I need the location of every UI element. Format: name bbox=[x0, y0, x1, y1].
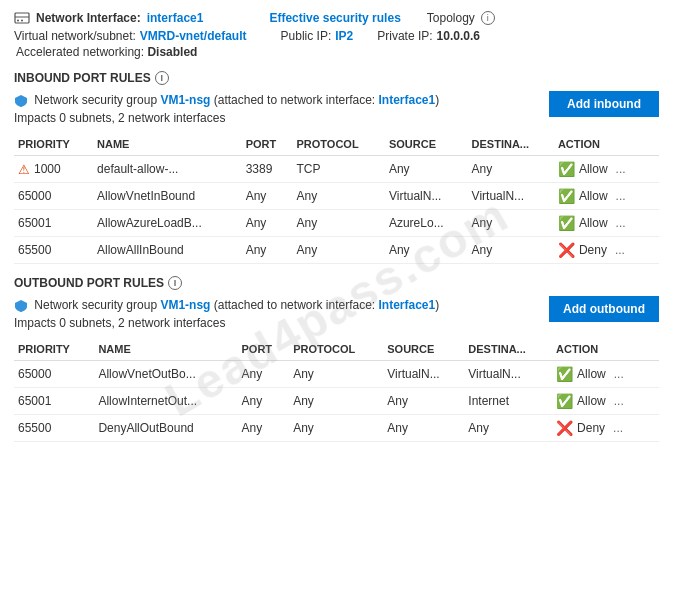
outbound-interface-link[interactable]: Interface1 bbox=[379, 298, 436, 312]
source-cell: AzureLo... bbox=[385, 210, 468, 237]
action-label: Deny bbox=[579, 243, 607, 257]
row-menu-button[interactable]: ... bbox=[612, 162, 630, 176]
row-menu-button[interactable]: ... bbox=[612, 216, 630, 230]
add-inbound-button[interactable]: Add inbound bbox=[549, 91, 659, 117]
inbound-nsg-suffix2: ) bbox=[435, 93, 439, 107]
outbound-info-icon[interactable]: i bbox=[168, 276, 182, 290]
interface-name-link[interactable]: interface1 bbox=[147, 11, 204, 25]
inbound-section: INBOUND PORT RULES i Network security gr… bbox=[14, 71, 659, 264]
inbound-col-priority: PRIORITY bbox=[14, 133, 93, 156]
action-label: Allow bbox=[577, 394, 606, 408]
inbound-nsg-row: Network security group VM1-nsg (attached… bbox=[14, 91, 659, 127]
outbound-col-protocol: PROTOCOL bbox=[289, 338, 383, 361]
outbound-section: OUTBOUND PORT RULES i Network security g… bbox=[14, 276, 659, 442]
protocol-cell: Any bbox=[292, 210, 384, 237]
dest-cell: VirtualN... bbox=[464, 361, 552, 388]
priority-cell: 65000 bbox=[14, 183, 93, 210]
port-cell: Any bbox=[237, 415, 289, 442]
table-row[interactable]: 65500 DenyAllOutBound Any Any Any Any ❌ … bbox=[14, 415, 659, 442]
priority-cell: 65000 bbox=[14, 361, 94, 388]
table-row[interactable]: 65500 AllowAllInBound Any Any Any Any ❌ … bbox=[14, 237, 659, 264]
source-cell: VirtualN... bbox=[385, 183, 468, 210]
effective-rules-link[interactable]: Effective security rules bbox=[269, 11, 400, 25]
name-cell: AllowAllInBound bbox=[93, 237, 242, 264]
dest-cell: Any bbox=[468, 156, 554, 183]
dest-cell: VirtualN... bbox=[468, 183, 554, 210]
protocol-cell: Any bbox=[292, 237, 384, 264]
private-ip-label: Private IP: bbox=[377, 29, 432, 43]
dest-cell: Any bbox=[468, 210, 554, 237]
action-label: Allow bbox=[579, 189, 608, 203]
topology-info-icon[interactable]: i bbox=[481, 11, 495, 25]
action-cell: ✅ Allow ... bbox=[554, 156, 659, 183]
priority-cell: 65500 bbox=[14, 415, 94, 442]
inbound-shield-icon bbox=[14, 94, 28, 108]
priority-cell: 65001 bbox=[14, 210, 93, 237]
table-row[interactable]: 65000 AllowVnetOutBo... Any Any VirtualN… bbox=[14, 361, 659, 388]
outbound-nsg-row: Network security group VM1-nsg (attached… bbox=[14, 296, 659, 332]
priority-cell: 65500 bbox=[14, 237, 93, 264]
inbound-info-icon[interactable]: i bbox=[155, 71, 169, 85]
action-cell: ✅ Allow ... bbox=[554, 183, 659, 210]
header-row2: Virtual network/subnet: VMRD-vnet/defaul… bbox=[14, 29, 659, 43]
outbound-title-text: OUTBOUND PORT RULES bbox=[14, 276, 164, 290]
row-menu-button[interactable]: ... bbox=[610, 394, 628, 408]
add-outbound-button[interactable]: Add outbound bbox=[549, 296, 659, 322]
inbound-col-dest: DESTINA... bbox=[468, 133, 554, 156]
table-row[interactable]: ⚠1000 default-allow-... 3389 TCP Any Any… bbox=[14, 156, 659, 183]
network-interface-label: Network Interface: bbox=[36, 11, 141, 25]
port-cell: Any bbox=[242, 237, 293, 264]
row-menu-button[interactable]: ... bbox=[611, 243, 629, 257]
inbound-col-protocol: PROTOCOL bbox=[292, 133, 384, 156]
inbound-section-title: INBOUND PORT RULES i bbox=[14, 71, 659, 85]
port-cell: Any bbox=[242, 183, 293, 210]
action-label: Allow bbox=[579, 216, 608, 230]
inbound-table-body: ⚠1000 default-allow-... 3389 TCP Any Any… bbox=[14, 156, 659, 264]
outbound-col-action: ACTION bbox=[552, 338, 659, 361]
outbound-shield-icon bbox=[14, 299, 28, 313]
outbound-nsg-name[interactable]: VM1-nsg bbox=[160, 298, 210, 312]
outbound-impacts: Impacts 0 subnets, 2 network interfaces bbox=[14, 316, 225, 330]
inbound-nsg-text: Network security group VM1-nsg (attached… bbox=[14, 91, 439, 127]
inbound-table-header: PRIORITY NAME PORT PROTOCOL SOURCE DESTI… bbox=[14, 133, 659, 156]
deny-icon: ❌ bbox=[558, 242, 575, 258]
row-menu-button[interactable]: ... bbox=[609, 421, 627, 435]
protocol-cell: Any bbox=[292, 183, 384, 210]
protocol-cell: TCP bbox=[292, 156, 384, 183]
table-row[interactable]: 65001 AllowAzureLoadB... Any Any AzureLo… bbox=[14, 210, 659, 237]
inbound-nsg-name[interactable]: VM1-nsg bbox=[160, 93, 210, 107]
header-section: Network Interface: interface1 Effective … bbox=[14, 10, 659, 59]
outbound-col-port: PORT bbox=[237, 338, 289, 361]
name-cell: AllowVnetInBound bbox=[93, 183, 242, 210]
accel-net-label: Accelerated networking: bbox=[16, 45, 144, 59]
inbound-col-action: ACTION bbox=[554, 133, 659, 156]
source-cell: Any bbox=[383, 388, 464, 415]
port-cell: Any bbox=[237, 361, 289, 388]
outbound-col-source: SOURCE bbox=[383, 338, 464, 361]
svg-point-2 bbox=[17, 20, 19, 22]
outbound-nsg-text: Network security group VM1-nsg (attached… bbox=[14, 296, 439, 332]
table-row[interactable]: 65000 AllowVnetInBound Any Any VirtualN.… bbox=[14, 183, 659, 210]
outbound-col-dest: DESTINA... bbox=[464, 338, 552, 361]
inbound-nsg-suffix: (attached to network interface: bbox=[210, 93, 378, 107]
topology-label: Topology bbox=[427, 11, 475, 25]
allow-icon: ✅ bbox=[558, 161, 575, 177]
action-label: Deny bbox=[577, 421, 605, 435]
outbound-table: PRIORITY NAME PORT PROTOCOL SOURCE DESTI… bbox=[14, 338, 659, 442]
public-ip-value[interactable]: IP2 bbox=[335, 29, 353, 43]
row-menu-button[interactable]: ... bbox=[610, 367, 628, 381]
outbound-col-priority: PRIORITY bbox=[14, 338, 94, 361]
port-cell: Any bbox=[237, 388, 289, 415]
inbound-interface-link[interactable]: Interface1 bbox=[379, 93, 436, 107]
source-cell: Any bbox=[385, 237, 468, 264]
deny-icon: ❌ bbox=[556, 420, 573, 436]
table-row[interactable]: 65001 AllowInternetOut... Any Any Any In… bbox=[14, 388, 659, 415]
row-menu-button[interactable]: ... bbox=[612, 189, 630, 203]
allow-icon: ✅ bbox=[558, 188, 575, 204]
action-cell: ❌ Deny ... bbox=[554, 237, 659, 264]
public-ip-label: Public IP: bbox=[281, 29, 332, 43]
vnet-label: Virtual network/subnet: bbox=[14, 29, 136, 43]
warn-icon: ⚠ bbox=[18, 162, 30, 177]
vnet-value[interactable]: VMRD-vnet/default bbox=[140, 29, 247, 43]
inbound-nsg-prefix: Network security group bbox=[34, 93, 160, 107]
